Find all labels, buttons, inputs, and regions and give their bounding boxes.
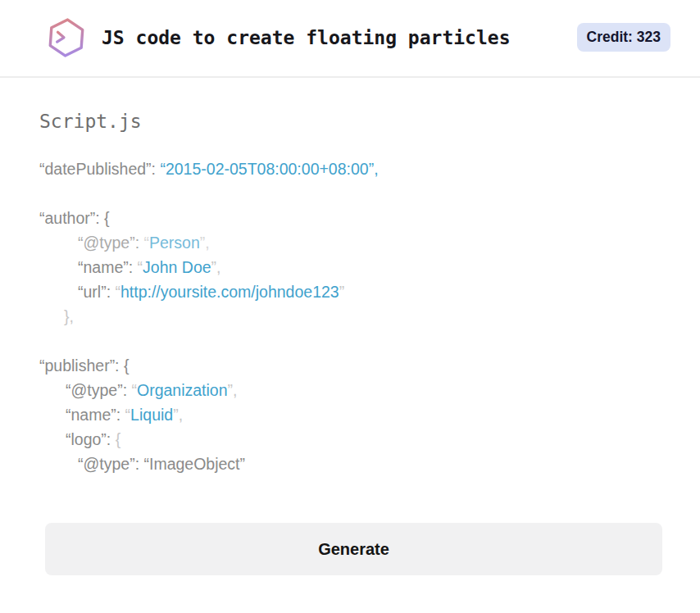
main-content: Script.js “datePublished”: “2015-02-05T0… [0,78,700,476]
generate-button[interactable]: Generate [45,523,662,575]
code-line: “logo”: { [39,427,662,452]
code-line: “name”: “John Doe”, [39,255,662,279]
code-blank-line [39,329,662,353]
script-filename: Script.js [39,111,662,132]
code-blank-line [39,181,662,206]
code-token: Person [149,234,200,252]
app-header: JS code to create floating particles Cre… [0,0,700,78]
code-token: “name”: [78,258,138,276]
code-token: ”, [200,234,210,252]
code-line: “datePublished”: “2015-02-05T08:00:00+08… [39,157,662,181]
code-token: “@type”: [66,381,131,399]
code-line: “name”: “Liquid”, [39,402,662,427]
code-token: Liquid [130,406,173,424]
code-token: ” [339,283,345,301]
code-line: “url”: “http://yoursite.com/johndoe123” [39,279,662,304]
code-token: http://yoursite.com/johndoe123 [120,283,339,301]
code-token: “2015-02-05T08:00:00+08:00”, [160,160,378,178]
terminal-hexagon-icon [45,16,88,59]
code-line: }, [39,304,662,329]
code-token: ”, [211,258,221,276]
code-token: }, [64,307,74,325]
code-line: “@type”: “ImageObject” [39,452,662,476]
code-token: ”, [228,381,238,399]
code-token: Organization [137,381,228,399]
code-token: “name”: [66,406,125,424]
code-line: “@type”: “Person”, [39,230,662,255]
code-token: “@type”: [78,234,143,252]
code-block: “datePublished”: “2015-02-05T08:00:00+08… [39,157,662,476]
code-token: “url”: [78,283,116,301]
page-title: JS code to create floating particles [102,27,511,48]
code-token: { [116,430,121,448]
code-token: John Doe [143,258,211,276]
code-token: “logo”: [66,430,116,448]
code-token: “datePublished”: [39,160,160,178]
code-line: “publisher”: { [39,353,662,378]
code-line: “@type”: “Organization”, [39,378,662,402]
code-token: “@type”: “ImageObject” [78,455,245,473]
credit-badge: Credit: 323 [577,23,670,52]
code-token: “publisher”: { [39,356,129,375]
code-token: “author”: { [39,209,110,227]
code-line: “author”: { [39,206,662,230]
code-token: ”, [173,406,183,424]
